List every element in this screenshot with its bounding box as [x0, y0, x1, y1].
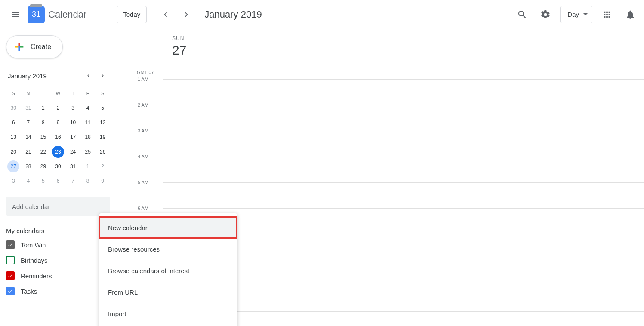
mini-day-cell[interactable]: 17	[65, 130, 80, 145]
hour-label: 3 AM	[138, 128, 148, 133]
calendar-list-item[interactable]: Reminders	[6, 271, 110, 280]
hour-label: 4 AM	[138, 154, 148, 159]
mini-dow-label: T	[36, 86, 51, 101]
sidebar: Create January 2019 SMTWTFS3031123456789…	[0, 29, 116, 326]
mini-day-cell[interactable]: 14	[21, 130, 36, 145]
calendar-label: Tasks	[21, 288, 37, 295]
hour-row[interactable]: 1 AM	[163, 79, 644, 105]
mini-prev-month[interactable]	[83, 70, 95, 82]
calendar-list-item[interactable]: Tom Win	[6, 240, 110, 249]
mini-day-cell[interactable]: 1	[80, 159, 96, 174]
mini-dow-label: T	[65, 86, 80, 101]
mini-day-cell[interactable]: 6	[6, 115, 21, 130]
mini-day-cell[interactable]: 2	[95, 159, 110, 174]
mini-day-cell[interactable]: 30	[51, 159, 66, 174]
mini-day-cell[interactable]: 7	[21, 115, 36, 130]
chevron-left-icon	[85, 72, 92, 80]
mini-day-cell[interactable]: 19	[95, 130, 110, 145]
mini-day-cell[interactable]: 25	[80, 145, 96, 159]
hour-row[interactable]: 3 AM	[163, 131, 644, 157]
hamburger-icon	[10, 9, 21, 20]
chevron-left-icon	[161, 10, 170, 19]
mini-day-cell[interactable]: 15	[36, 130, 51, 145]
mini-day-cell[interactable]: 10	[65, 115, 80, 130]
hour-row[interactable]: 2 AM	[163, 105, 644, 131]
mini-day-cell[interactable]: 11	[80, 115, 96, 130]
mini-day-cell[interactable]: 16	[51, 130, 66, 145]
mini-day-cell[interactable]: 20	[6, 145, 21, 159]
mini-day-cell[interactable]: 2	[51, 101, 66, 115]
mini-day-cell[interactable]: 24	[65, 145, 80, 159]
mini-day-cell[interactable]: 31	[65, 159, 80, 174]
mini-day-cell[interactable]: 28	[21, 159, 36, 174]
mini-day-cell[interactable]: 1	[36, 101, 51, 115]
mini-day-cell[interactable]: 9	[95, 174, 110, 188]
search-icon	[517, 9, 527, 20]
my-calendars-heading[interactable]: My calendars	[6, 227, 110, 234]
create-button[interactable]: Create	[6, 35, 63, 58]
mini-day-cell[interactable]: 31	[21, 101, 36, 115]
calendar-checkbox[interactable]	[6, 271, 15, 280]
check-icon	[7, 288, 13, 294]
menu-item[interactable]: Browse calendars of interest	[99, 260, 237, 281]
mini-day-cell[interactable]: 18	[80, 130, 96, 145]
view-selector[interactable]: Day	[560, 6, 592, 23]
app-logo: 31 Calendar	[28, 6, 86, 23]
menu-item[interactable]: From URL	[99, 281, 237, 303]
mini-day-cell[interactable]: 5	[95, 101, 110, 115]
header: 31 Calendar Today January 2019 Day	[0, 0, 644, 29]
day-number-label: 27	[172, 43, 644, 58]
check-icon	[7, 242, 13, 248]
mini-day-cell[interactable]: 21	[21, 145, 36, 159]
menu-item[interactable]: Browse resources	[99, 238, 237, 260]
mini-day-cell[interactable]: 7	[65, 174, 80, 188]
today-button[interactable]: Today	[117, 6, 147, 23]
mini-day-cell[interactable]: 26	[95, 145, 110, 159]
calendar-list-item[interactable]: Birthdays	[6, 256, 110, 264]
settings-button[interactable]	[537, 6, 554, 23]
mini-day-cell[interactable]: 29	[36, 159, 51, 174]
previous-period-button[interactable]	[157, 6, 174, 23]
mini-day-cell[interactable]: 22	[36, 145, 51, 159]
calendar-list: Tom WinBirthdaysRemindersTasks	[6, 240, 110, 295]
hour-label: 5 AM	[138, 180, 148, 185]
mini-day-cell[interactable]: 3	[6, 174, 21, 188]
calendar-label: Birthdays	[21, 257, 48, 264]
bell-icon	[625, 9, 635, 20]
calendar-checkbox[interactable]	[6, 256, 15, 264]
mini-day-cell[interactable]: 30	[6, 101, 21, 115]
main-menu-button[interactable]	[5, 4, 26, 25]
hour-row[interactable]: 5 AM	[163, 182, 644, 208]
svg-rect-0	[18, 46, 20, 47]
menu-item[interactable]: New calendar	[99, 217, 237, 238]
add-calendar-field[interactable]: Add calendar	[6, 197, 110, 216]
day-of-week-label: SUN	[172, 35, 644, 41]
add-calendar-placeholder: Add calendar	[12, 203, 50, 210]
mini-dow-label: S	[6, 86, 21, 101]
notifications-button[interactable]	[622, 6, 639, 23]
mini-day-cell[interactable]: 8	[36, 115, 51, 130]
google-apps-button[interactable]	[598, 6, 616, 23]
mini-day-cell[interactable]: 23	[52, 146, 64, 158]
calendar-checkbox[interactable]	[6, 287, 15, 295]
hour-row[interactable]: 4 AM	[163, 157, 644, 182]
mini-dow-label: W	[51, 86, 66, 101]
mini-day-cell[interactable]: 13	[6, 130, 21, 145]
search-button[interactable]	[514, 6, 531, 23]
mini-day-cell[interactable]: 4	[21, 174, 36, 188]
mini-day-cell[interactable]: 8	[80, 174, 96, 188]
menu-item[interactable]: Import	[99, 303, 237, 324]
mini-day-cell[interactable]: 5	[36, 174, 51, 188]
mini-day-cell[interactable]: 6	[51, 174, 66, 188]
next-period-button[interactable]	[178, 6, 195, 23]
mini-day-cell[interactable]: 12	[95, 115, 110, 130]
mini-day-cell[interactable]: 27	[7, 160, 19, 172]
calendar-list-item[interactable]: Tasks	[6, 287, 110, 295]
timezone-label: GMT-07	[137, 70, 154, 75]
mini-next-month[interactable]	[96, 70, 108, 82]
chevron-right-icon	[99, 72, 106, 80]
mini-day-cell[interactable]: 3	[65, 101, 80, 115]
mini-day-cell[interactable]: 4	[80, 101, 96, 115]
calendar-checkbox[interactable]	[6, 240, 15, 249]
mini-day-cell[interactable]: 9	[51, 115, 66, 130]
